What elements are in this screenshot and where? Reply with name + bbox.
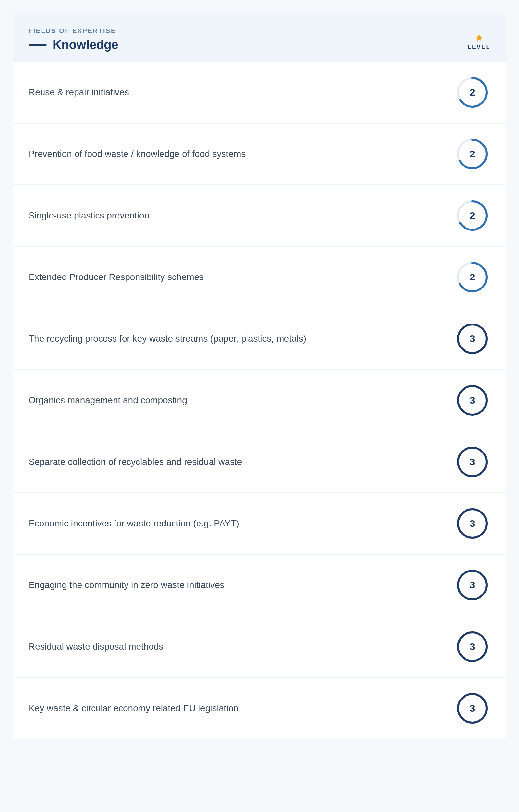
expertise-row: Economic incentives for waste reduction … (13, 493, 506, 555)
section-title: Knowledge (53, 38, 118, 52)
header-right: LEVEL (467, 33, 490, 52)
expertise-label: Reuse & repair initiatives (29, 86, 457, 98)
level-badge: 3 (457, 508, 488, 539)
level-value: 2 (457, 77, 488, 108)
expertise-label: Single-use plastics prevention (29, 209, 457, 222)
level-badge: 3 (457, 446, 488, 477)
expertise-row: Residual waste disposal methods3 (13, 616, 506, 678)
expertise-label: Separate collection of recyclables and r… (29, 456, 457, 468)
level-value: 3 (457, 385, 488, 416)
expertise-row: Separate collection of recyclables and r… (13, 431, 506, 493)
star-icon (475, 33, 483, 42)
expertise-row: Single-use plastics prevention2 (13, 185, 506, 247)
level-badge: 3 (457, 631, 488, 662)
title-dash (29, 45, 47, 46)
level-badge: 3 (457, 385, 488, 416)
section-eyebrow: FIELDS OF EXPERTISE (29, 27, 118, 35)
level-value: 3 (457, 446, 488, 477)
level-badge: 2 (457, 138, 488, 170)
expertise-row: Reuse & repair initiatives2 (13, 62, 506, 123)
level-value: 3 (457, 508, 488, 539)
expertise-label: Organics management and composting (29, 394, 457, 406)
expertise-card: FIELDS OF EXPERTISE Knowledge LEVEL Reus… (13, 13, 506, 739)
expertise-label: Residual waste disposal methods (29, 640, 457, 653)
level-badge: 3 (457, 693, 488, 724)
level-column-label: LEVEL (467, 44, 490, 51)
level-badge: 2 (457, 200, 488, 231)
level-badge: 2 (457, 262, 488, 293)
rows-container: Reuse & repair initiatives2Prevention of… (13, 62, 506, 739)
page: FIELDS OF EXPERTISE Knowledge LEVEL Reus… (0, 0, 519, 758)
expertise-row: Engaging the community in zero waste ini… (13, 555, 506, 616)
expertise-row: The recycling process for key waste stre… (13, 308, 506, 370)
header-left: FIELDS OF EXPERTISE Knowledge (29, 27, 118, 52)
section-title-row: Knowledge (29, 38, 118, 52)
level-badge: 2 (457, 77, 488, 108)
level-value: 2 (457, 200, 488, 231)
level-badge: 3 (457, 570, 488, 601)
expertise-row: Organics management and composting3 (13, 370, 506, 431)
expertise-row: Key waste & circular economy related EU … (13, 678, 506, 739)
expertise-row: Extended Producer Responsibility schemes… (13, 247, 506, 308)
level-value: 2 (457, 262, 488, 293)
level-value: 3 (457, 631, 488, 662)
level-badge: 3 (457, 323, 488, 354)
expertise-label: Key waste & circular economy related EU … (29, 702, 457, 715)
level-value: 3 (457, 570, 488, 601)
level-value: 2 (457, 138, 488, 170)
level-value: 3 (457, 693, 488, 724)
expertise-label: Engaging the community in zero waste ini… (29, 579, 457, 591)
expertise-label: The recycling process for key waste stre… (29, 332, 457, 345)
card-header: FIELDS OF EXPERTISE Knowledge LEVEL (13, 13, 506, 62)
expertise-label: Prevention of food waste / knowledge of … (29, 148, 457, 160)
expertise-row: Prevention of food waste / knowledge of … (13, 123, 506, 185)
expertise-label: Economic incentives for waste reduction … (29, 517, 457, 530)
expertise-label: Extended Producer Responsibility schemes (29, 271, 457, 283)
level-value: 3 (457, 323, 488, 354)
